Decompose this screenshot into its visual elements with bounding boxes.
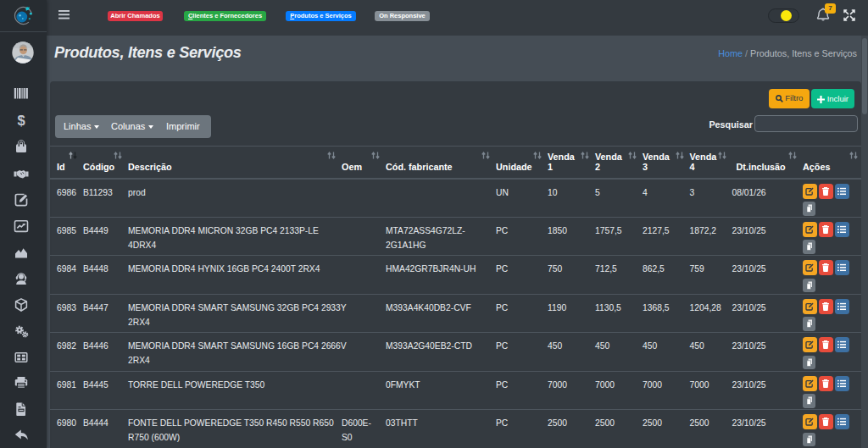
svg-text:$: $ (17, 113, 25, 128)
